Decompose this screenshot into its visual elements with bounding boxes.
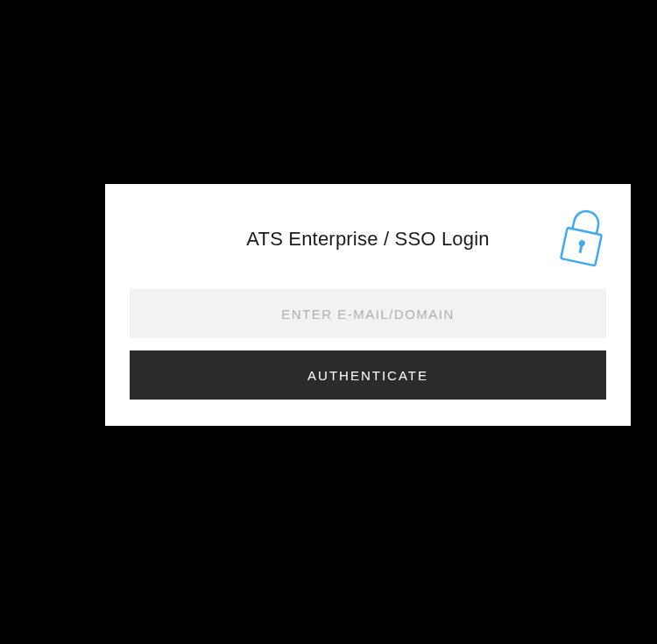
lock-icon	[554, 202, 615, 272]
login-header: ATS Enterprise / SSO Login	[130, 210, 606, 272]
authenticate-button[interactable]: AUTHENTICATE	[130, 350, 606, 400]
email-domain-input[interactable]	[130, 289, 606, 338]
svg-line-2	[580, 245, 582, 252]
login-title: ATS Enterprise / SSO Login	[130, 210, 606, 251]
sso-login-card: ATS Enterprise / SSO Login AUTHENTICATE	[105, 184, 631, 426]
